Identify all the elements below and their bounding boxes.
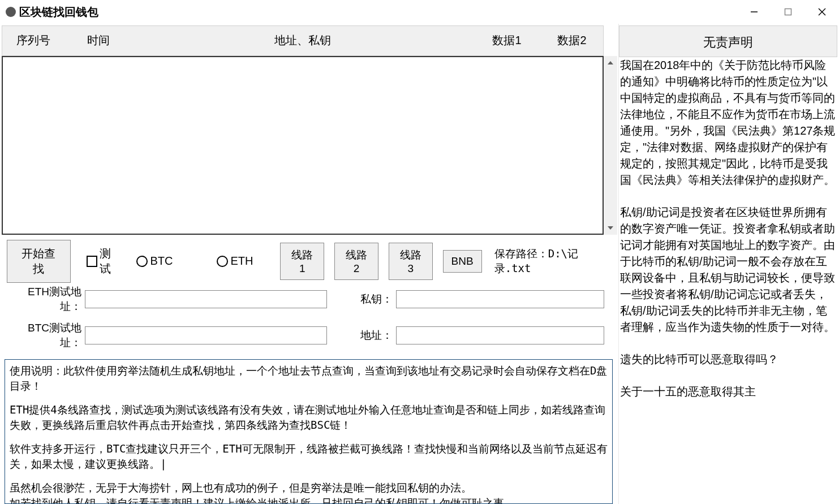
bnb-button[interactable]: BNB [443,250,482,273]
col-serial[interactable]: 序列号 [2,33,64,48]
btc-test-label: BTC测试地址： [8,321,81,350]
titlebar: 区块链找回钱包 [0,0,839,24]
route2-button[interactable]: 线路2 [334,243,378,280]
main-area: 序列号 时间 地址、私钥 数据1 数据2 开始查找 测试 [0,24,839,504]
table-body-wrap [2,56,617,235]
start-search-button[interactable]: 开始查找 [7,240,71,283]
col-data1[interactable]: 数据1 [473,33,541,48]
disclaimer-p1: 我国在2018年中的《关于防范比特币风险的通知》中明确将比特币的性质定位为"以中… [620,57,836,188]
route1-button[interactable]: 线路1 [280,243,324,280]
controls-row: 开始查找 测试 BTC ETH 线路1 线路2 线路3 BNB 保存路径：D:\… [7,247,613,275]
btc-radio[interactable]: BTC [136,255,173,268]
scroll-down-icon[interactable] [604,221,617,235]
disclaimer-body[interactable]: 我国在2018年中的《关于防范比特币风险的通知》中明确将比特币的性质定位为"以中… [619,57,839,504]
col-time[interactable]: 时间 [64,33,132,48]
eth-test-row: ETH测试地址： 私钥： [8,285,613,314]
eth-radio[interactable]: ETH [217,255,253,268]
btc-radio-label: BTC [150,255,173,268]
titlebar-left: 区块链找回钱包 [6,5,98,20]
test-checkbox-label: 测试 [100,246,122,277]
btc-test-input[interactable] [85,326,327,344]
save-path: 保存路径：D:\记录.txt [494,247,613,276]
app-icon [6,7,16,17]
disclaimer-p4: 关于一十五的恶意取得其主 [620,384,836,400]
address-label: 地址： [359,328,393,343]
left-panel: 序列号 时间 地址、私钥 数据1 数据2 开始查找 测试 [0,24,618,504]
address-input[interactable] [396,326,604,344]
address-rows: ETH测试地址： 私钥： BTC测试地址： 地址： [8,285,613,357]
eth-test-label: ETH测试地址： [8,285,81,314]
disclaimer-panel: 无责声明 我国在2018年中的《关于防范比特币风险的通知》中明确将比特币的性质定… [618,24,839,504]
close-button[interactable] [805,0,839,24]
usage-p4: 虽然机会很渺茫，无异于大海捞针，网上也有成功的例子，但是穷举法是唯一能找回私钥的… [10,480,608,504]
disclaimer-p3: 遗失的比特币可以恶意取得吗？ [620,351,836,368]
usage-p1: 使用说明：此软件使用穷举法随机生成私钥地址，一个个地址去节点查询，当查询到该地址… [10,363,608,394]
usage-p2: ETH提供4条线路查找，测试选项为测试该线路有没有失效，请在测试地址外输入任意地… [10,402,608,433]
radio-icon [217,256,228,267]
eth-radio-label: ETH [230,255,253,268]
window-controls [737,0,839,24]
table-body[interactable] [2,56,604,235]
svg-rect-1 [785,9,791,15]
col-address[interactable]: 地址、私钥 [132,33,473,48]
table-header: 序列号 时间 地址、私钥 数据1 数据2 [2,25,604,56]
save-path-label: 保存路径： [494,247,548,260]
maximize-button[interactable] [771,0,805,24]
table-scrollbar[interactable] [604,56,617,235]
usage-textbox[interactable]: 使用说明：此软件使用穷举法随机生成私钥地址，一个个地址去节点查询，当查询到该地址… [5,359,613,504]
scroll-up-icon[interactable] [604,56,617,70]
btc-test-row: BTC测试地址： 地址： [8,321,613,350]
privkey-input[interactable] [396,290,604,308]
test-checkbox[interactable]: 测试 [87,246,122,277]
window-title: 区块链找回钱包 [19,5,98,20]
route3-button[interactable]: 线路3 [389,243,433,280]
disclaimer-title: 无责声明 [619,25,837,57]
checkbox-icon [87,256,98,267]
minimize-button[interactable] [737,0,771,24]
usage-p3: 软件支持多开运行，BTC查找建议只开三个，ETH可无限制开，线路被拦截可换线路！… [10,441,608,472]
privkey-label: 私钥： [359,292,393,307]
eth-test-input[interactable] [85,290,327,308]
disclaimer-p2: 私钥/助记词是投资者在区块链世界所拥有的数字资产唯一凭证。投资者拿私钥或者助记词… [620,204,836,335]
col-data2[interactable]: 数据2 [541,33,603,48]
radio-icon [136,256,148,267]
